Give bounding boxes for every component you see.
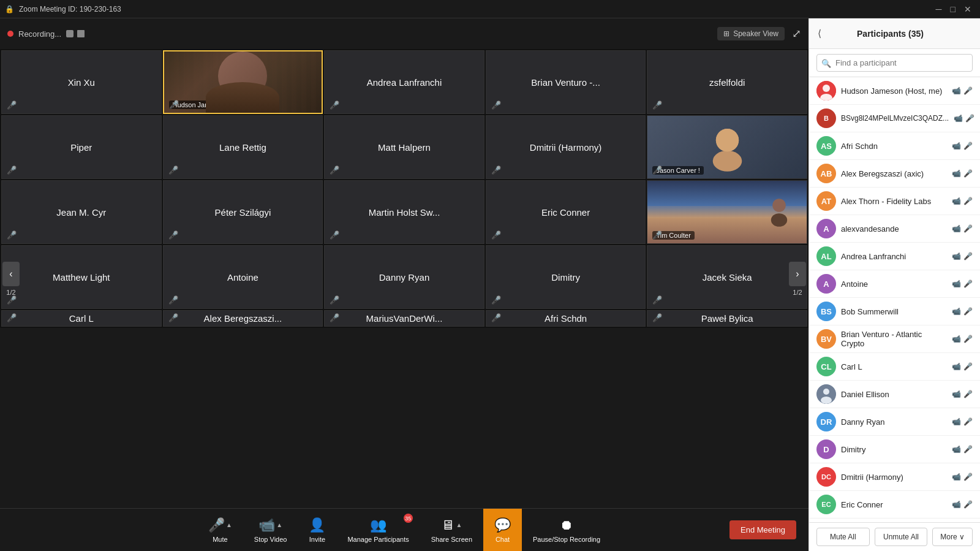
search-area: 🔍 <box>809 49 980 77</box>
page-indicator-right: 1/2 <box>793 289 802 296</box>
participant-row-afri: AS Afri Schdn 📹 🎤 <box>809 132 980 160</box>
share-screen-btn[interactable]: 🖥 ▲ Share Screen <box>420 509 483 551</box>
next-page-btn[interactable]: › <box>789 262 806 286</box>
participants-badge: 35 <box>404 514 413 523</box>
stop-video-btn[interactable]: 📹 ▲ Stop Video <box>243 509 298 551</box>
name-alex-b-row: Alex Beregszaszi (axic) <box>841 169 947 178</box>
record-btn[interactable]: ⏺ Pause/Stop Recording <box>522 509 611 551</box>
name-brian-venturo: Brian Venturo -... <box>529 75 603 90</box>
name-xin-xu: Xin Xu <box>66 75 97 90</box>
name-bsvg-row: BSvg8l24MPelLMvzeIC3QADZ... <box>841 114 949 123</box>
mute-all-btn[interactable]: Mute All <box>816 528 870 546</box>
invite-label: Invite <box>309 536 325 543</box>
mute-btn[interactable]: 🎤 ▲ Mute <box>197 509 243 551</box>
speaker-view-icon: ⊞ <box>723 29 729 38</box>
cell-matthew-light: Matthew Light 🎤 <box>1 245 162 309</box>
icons-afri: 📹 🎤 <box>952 142 973 150</box>
close-btn[interactable]: ✕ <box>960 4 975 14</box>
mic-marius: 🎤 <box>330 313 339 322</box>
mic-pawel: 🎤 <box>652 313 662 322</box>
window-title: Zoom Meeting ID: 190-230-163 <box>19 5 121 13</box>
svg-point-9 <box>823 389 829 395</box>
name-peter-szilagyi: Péter Szilágyi <box>213 205 274 220</box>
stop-video-label: Stop Video <box>254 536 287 543</box>
end-meeting-btn[interactable]: End Meeting <box>729 520 796 539</box>
cell-dmitrii-harmony: Dmitrii (Harmony) 🎤 <box>486 115 646 179</box>
mic-carl: 🎤 <box>7 313 17 322</box>
pause-recording-btn[interactable] <box>66 30 74 37</box>
icons-dmitrii: 📹 🎤 <box>952 473 973 481</box>
video-grid-wrapper: ‹ 1/2 Xin Xu 🎤 <box>0 49 809 508</box>
participant-row-brian: BV Brian Venturo - Atlantic Crypto 📹 🎤 <box>809 325 980 353</box>
prev-page-btn[interactable]: ‹ <box>2 262 20 286</box>
mic-icon-alex-b: 🎤 <box>963 169 973 178</box>
mic-matt: 🎤 <box>330 165 339 175</box>
stop-recording-btn[interactable] <box>77 30 85 37</box>
participant-row-alex-t: AT Alex Thorn - Fidelity Labs 📹 🎤 <box>809 188 980 215</box>
top-bar-right: ⊞ Speaker View ⤢ <box>717 27 801 40</box>
mic-dimitry: 🎤 <box>491 295 501 305</box>
icons-eric: 📹 🎤 <box>952 500 973 509</box>
minimize-btn[interactable]: ─ <box>932 4 946 14</box>
mic-icon-daniel: 🎤 <box>963 390 973 398</box>
cell-afri-schdn: Afri Schdn 🎤 <box>486 310 646 327</box>
cell-brian-venturo: Brian Venturo -... 🎤 <box>486 50 646 114</box>
invite-btn[interactable]: 👤 Invite <box>298 509 336 551</box>
fullscreen-btn[interactable]: ⤢ <box>792 27 801 40</box>
participant-row-bob: BS Bob Summerwill 📹 🎤 <box>809 298 980 325</box>
participant-row-dmitrii: DC Dmitrii (Harmony) 📹 🎤 <box>809 463 980 491</box>
mic-icon-andrea: 🎤 <box>963 252 973 260</box>
mic-icon-eric: 🎤 <box>963 500 973 509</box>
search-wrapper: 🔍 <box>816 54 973 72</box>
avatar-hudson <box>816 81 836 101</box>
avatar-andrea: AL <box>816 246 836 266</box>
video-icon-danny: 📹 <box>952 417 961 426</box>
search-input[interactable] <box>816 54 973 72</box>
restore-btn[interactable]: □ <box>947 4 959 14</box>
video-icon-hudson: 📹 <box>952 86 961 95</box>
name-bob-row: Bob Summerwill <box>841 307 947 316</box>
avatar-eric: EC <box>816 495 836 514</box>
chat-btn[interactable]: 💬 Chat <box>483 509 522 551</box>
cell-hudson-jameson: Hudson Jameson 🎤 <box>163 50 323 114</box>
mic-piper: 🎤 <box>7 165 17 175</box>
name-carl-l: Carl L <box>67 311 96 326</box>
svg-point-2 <box>715 129 738 151</box>
manage-participants-btn[interactable]: 👥 Manage Participants 35 <box>336 509 420 551</box>
cell-jean-cyr: Jean M. Cyr 🎤 <box>1 180 162 244</box>
more-options-btn[interactable]: More ∨ <box>932 528 973 546</box>
video-icon-bsvg: 📹 <box>954 114 963 123</box>
search-icon: 🔍 <box>821 58 831 67</box>
participants-panel: ⟨ Participants (35) 🔍 <box>809 18 980 551</box>
mic-xin-xu: 🎤 <box>7 101 17 110</box>
panel-bottom: Mute All Unmute All More ∨ <box>809 522 980 551</box>
video-icon-daniel: 📹 <box>952 390 961 398</box>
cell-andrea-lanfranchi: Andrea Lanfranchi 🎤 <box>324 50 484 114</box>
cell-carl-l: Carl L 🎤 <box>1 310 162 327</box>
mic-icon-bsvg: 🎤 <box>965 114 974 123</box>
recording-controls[interactable] <box>66 30 85 37</box>
cell-tim-coulter: Tim Coulter 🎤 <box>647 180 807 244</box>
video-icon-antoine: 📹 <box>952 279 961 288</box>
speaker-view-label: Speaker View <box>733 29 778 38</box>
speaker-view-btn[interactable]: ⊞ Speaker View <box>717 27 785 40</box>
video-area: Recording... ⊞ Speaker View ⤢ ‹ 1/2 <box>0 18 809 551</box>
unmute-all-btn[interactable]: Unmute All <box>875 528 928 546</box>
cell-jason-carver: Jason Carver ! 🎤 <box>647 115 807 179</box>
name-marius: MariusVanDerWi... <box>364 311 445 326</box>
name-martin-holst: Martin Holst Sw... <box>366 205 443 220</box>
icons-dimitry: 📹 🎤 <box>952 445 973 454</box>
cell-antoine: Antoine 🎤 <box>163 245 323 309</box>
cell-martin-holst: Martin Holst Sw... 🎤 <box>324 180 484 244</box>
chat-label: Chat <box>496 536 510 543</box>
video-icon-eric: 📹 <box>952 500 961 509</box>
mic-jason-c: 🎤 <box>652 165 802 175</box>
mic-jacek: 🎤 <box>652 295 662 305</box>
name-jean-cyr: Jean M. Cyr <box>54 205 108 220</box>
cell-eric-conner: Eric Conner 🎤 <box>486 180 646 244</box>
name-jacek-sieka: Jacek Sieka <box>700 270 755 285</box>
panel-collapse-btn[interactable]: ⟨ <box>818 28 821 39</box>
icons-alexa: 📹 🎤 <box>952 224 973 233</box>
avatar-afri: AS <box>816 136 836 156</box>
recording-indicator: Recording... <box>7 29 85 39</box>
